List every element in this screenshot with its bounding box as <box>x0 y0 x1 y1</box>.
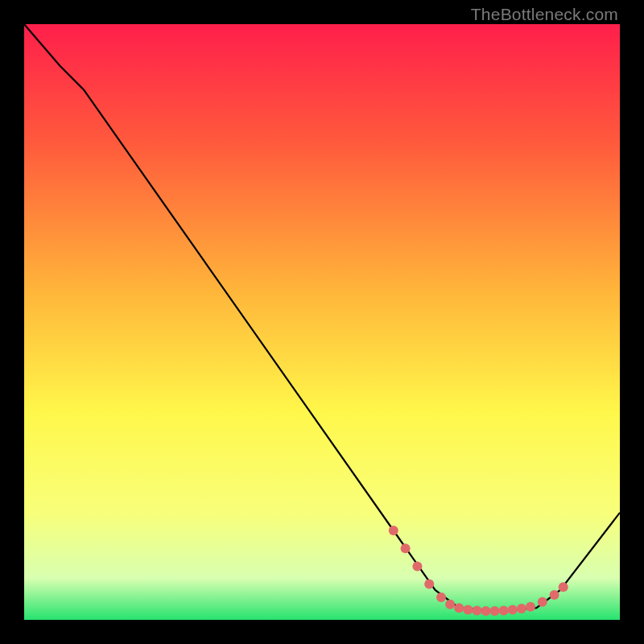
highlight-dot <box>412 561 422 571</box>
highlight-dot <box>508 605 518 614</box>
highlight-dot <box>445 600 455 609</box>
highlight-dot <box>517 604 526 613</box>
highlight-dot <box>490 606 500 616</box>
watermark-text: TheBottleneck.com <box>471 5 618 24</box>
highlight-dot <box>481 606 491 616</box>
highlight-dot <box>538 597 547 607</box>
highlight-dot <box>463 605 473 614</box>
highlight-dot <box>454 603 464 613</box>
chart-frame <box>24 24 620 620</box>
highlight-dot <box>401 543 411 553</box>
highlight-dot <box>550 590 559 600</box>
gradient-background <box>24 24 620 620</box>
highlight-dot <box>389 526 398 535</box>
bottleneck-chart <box>24 24 620 620</box>
highlight-dot <box>526 602 535 612</box>
highlight-dot <box>499 606 509 616</box>
highlight-dot <box>472 606 481 616</box>
highlight-dot <box>424 580 434 589</box>
highlight-dot <box>436 592 446 602</box>
highlight-dot <box>559 582 568 592</box>
